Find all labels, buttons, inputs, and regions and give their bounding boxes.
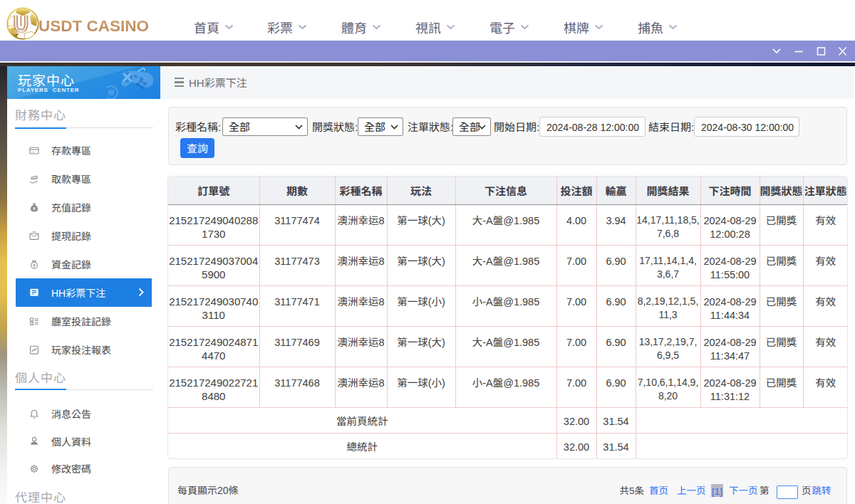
svg-text:Casino: Casino — [14, 30, 28, 34]
